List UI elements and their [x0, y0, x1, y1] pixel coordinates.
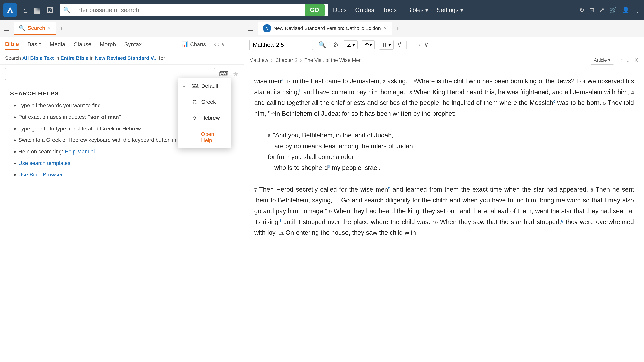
hebrew-icon: ✡	[191, 115, 198, 121]
global-search-input[interactable]	[73, 6, 302, 13]
interlinear-dropdown[interactable]: ▾	[352, 41, 355, 48]
bible-toolbar-more[interactable]: ⋮	[633, 41, 639, 48]
keyboard-button[interactable]: ⌨	[218, 69, 230, 79]
breadcrumb: Matthew › Chapter 2 › The Visit of the W…	[244, 53, 644, 67]
footnote-g[interactable]: g	[561, 218, 563, 223]
layout-icon[interactable]: ⊞	[589, 6, 594, 13]
hamburger-icon[interactable]: ☰	[3, 24, 10, 32]
subtab-media[interactable]: Media	[50, 39, 65, 50]
search-tab-icon: 🔍	[19, 25, 26, 31]
cart-icon[interactable]: 🛒	[610, 6, 617, 13]
search-in-word1: in	[55, 55, 59, 61]
morph-group[interactable]: ⟲ ▾	[362, 40, 375, 49]
bible-tab-icon: N	[263, 24, 271, 32]
keyboard-icon: ⌨	[191, 83, 198, 89]
bible-tab[interactable]: N New Revised Standard Version: Catholic…	[258, 22, 392, 35]
bible-browser-link[interactable]: Use Bible Browser	[18, 172, 62, 178]
next-arrow[interactable]: ›	[218, 41, 220, 47]
settings-menu[interactable]: Settings ▾	[437, 6, 463, 13]
guides-link[interactable]: Guides	[355, 6, 374, 13]
pause-group[interactable]: ⏸ ▾	[379, 40, 394, 50]
dropdown-hebrew[interactable]: ✡ Hebrew	[178, 110, 232, 126]
dropdown-open-help[interactable]: Open Help	[178, 126, 232, 148]
bar-chart-icon: 📊	[181, 41, 188, 47]
breadcrumb-section[interactable]: The Visit of the Wise Men	[304, 57, 362, 63]
breadcrumb-chapter[interactable]: Chapter 2	[275, 57, 297, 63]
greek-label: Greek	[201, 99, 216, 105]
library-icon[interactable]: ▦	[32, 4, 42, 16]
breadcrumb-book[interactable]: Matthew	[249, 57, 268, 63]
subtab-overflow[interactable]: ⋮	[234, 41, 239, 47]
charts-button[interactable]: 📊 Charts	[181, 41, 206, 47]
search-in-word2: in	[90, 55, 94, 61]
right-hamburger-icon[interactable]: ☰	[248, 24, 254, 32]
passage-search-icon[interactable]: 🔍	[317, 40, 328, 50]
passage-input[interactable]	[249, 39, 313, 50]
article-button[interactable]: Article ▾	[590, 56, 614, 64]
refresh-icon[interactable]: ↻	[579, 6, 584, 13]
subtab-bible[interactable]: Bible	[5, 39, 19, 50]
passage-next-arrow[interactable]: ›	[418, 41, 420, 48]
add-tab-button[interactable]: +	[60, 25, 64, 32]
help-item-5: Help on searching: Help Manual	[18, 148, 234, 155]
footnote-e[interactable]: e	[388, 186, 390, 190]
favorite-button[interactable]: ★	[233, 70, 239, 78]
search-scope-text[interactable]: All Bible Text	[22, 55, 54, 61]
nav-right-icons: ↻ ⊞ ⤢ 🛒 👤 ⋮	[579, 6, 641, 13]
search-scope-version[interactable]: New Revised Standard V...	[95, 55, 158, 61]
tools-link[interactable]: Tools	[383, 6, 397, 13]
interlinear-group[interactable]: ☑ ▾	[344, 40, 358, 49]
passage-expand[interactable]: ∨	[424, 41, 428, 48]
tasks-icon[interactable]: ☑	[46, 4, 55, 16]
footnote-a[interactable]: a	[281, 77, 284, 82]
subtab-clause[interactable]: Clause	[74, 39, 92, 50]
nav-bibles-settings: Bibles ▾ Settings ▾	[407, 6, 463, 13]
search-templates-link[interactable]: Use search templates	[18, 160, 70, 166]
overflow-menu-icon[interactable]: ⋮	[634, 6, 641, 13]
search-prefix: Search	[5, 55, 21, 61]
subtab-basic[interactable]: Basic	[27, 39, 41, 50]
scroll-up-icon[interactable]: ↑	[620, 57, 623, 64]
panel-close-button[interactable]: ✕	[634, 57, 639, 64]
scroll-arrows: ↑ ↓	[620, 57, 630, 64]
footnote-c[interactable]: c	[553, 99, 555, 104]
search-tab-label: Search	[28, 25, 46, 31]
passage-prev-arrow[interactable]: ‹	[412, 41, 414, 48]
footnote-f[interactable]: f	[280, 218, 281, 223]
reference-icon[interactable]: //	[398, 41, 401, 48]
dropdown-default[interactable]: ✓ ⌨ Default	[178, 78, 232, 94]
user-icon[interactable]: 👤	[622, 6, 630, 13]
right-add-tab[interactable]: +	[396, 25, 399, 32]
pause-dropdown[interactable]: ▾	[388, 41, 391, 48]
search-context-bar: Search All Bible Text in Entire Bible in…	[0, 52, 244, 64]
toolbar-separator	[406, 41, 407, 49]
go-button[interactable]: GO	[304, 4, 325, 16]
open-help-label: Open Help	[201, 131, 226, 143]
search-tab[interactable]: 🔍 Search ×	[14, 22, 56, 34]
popout-icon[interactable]: ⤢	[600, 6, 604, 13]
nav-divider	[402, 5, 402, 15]
docs-link[interactable]: Docs	[333, 6, 347, 13]
footnote-d[interactable]: d	[328, 164, 330, 168]
subtab-more[interactable]: ∨	[221, 41, 225, 47]
bible-tab-label: New Revised Standard Version: Catholic E…	[273, 25, 381, 31]
subtab-syntax[interactable]: Syntax	[124, 39, 142, 50]
morph-dropdown[interactable]: ▾	[370, 41, 372, 48]
search-tab-close[interactable]: ×	[48, 25, 51, 31]
help-manual-link[interactable]: Help Manual	[65, 148, 95, 155]
parallel-icon[interactable]: ⚙	[332, 40, 340, 50]
footnote-b[interactable]: b	[299, 88, 301, 93]
scroll-down-icon[interactable]: ↓	[626, 57, 630, 64]
home-icon[interactable]: ⌂	[22, 4, 29, 15]
bible-tab-close[interactable]: ×	[384, 26, 386, 31]
prev-arrow[interactable]: ‹	[214, 41, 216, 47]
search-scope-bible[interactable]: Entire Bible	[60, 55, 88, 61]
poetry-line2: are by no means least among the rulers o…	[254, 141, 634, 152]
left-tab-bar: ☰ 🔍 Search × +	[0, 20, 244, 37]
bibles-menu[interactable]: Bibles ▾	[407, 6, 428, 13]
subtab-morph[interactable]: Morph	[100, 39, 116, 50]
poetry-line4: who is to shepherdd my people Israel.' "	[254, 162, 634, 173]
app-logo[interactable]	[3, 3, 17, 17]
default-label: Default	[201, 83, 218, 89]
dropdown-greek[interactable]: Ω Greek	[178, 94, 232, 110]
